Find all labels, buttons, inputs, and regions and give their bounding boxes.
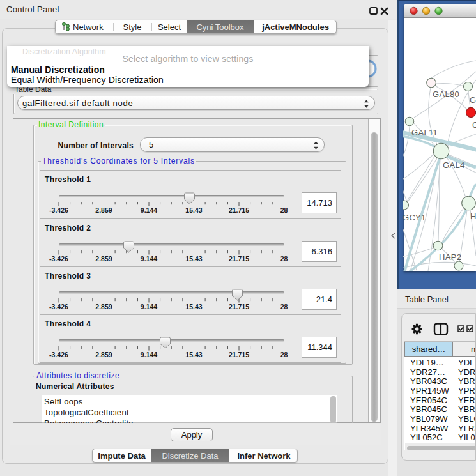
svg-text:C: C bbox=[472, 120, 476, 130]
svg-text:GA: GA bbox=[470, 95, 476, 105]
svg-text:GAL11: GAL11 bbox=[411, 128, 438, 137]
svg-text:GAL80: GAL80 bbox=[433, 89, 459, 99]
svg-text:H: H bbox=[470, 211, 476, 221]
svg-text:HAP2: HAP2 bbox=[439, 252, 461, 262]
svg-text:GAL4: GAL4 bbox=[443, 160, 464, 170]
svg-text:GCY1: GCY1 bbox=[403, 213, 426, 222]
